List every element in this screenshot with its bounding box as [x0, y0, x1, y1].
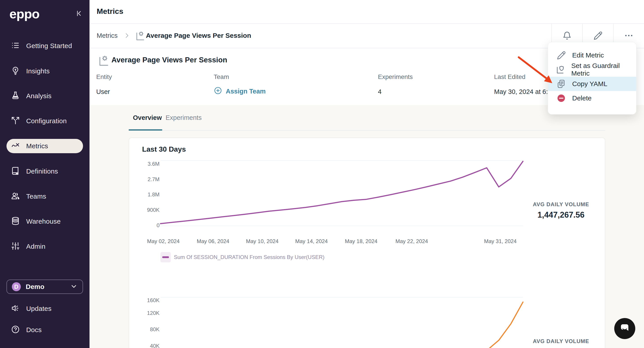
field-team: Team Assign Team — [214, 73, 266, 96]
sidebar-collapse-button[interactable] — [74, 9, 84, 19]
field-value: User — [96, 88, 112, 95]
y-axis-tick: 3.6M — [129, 161, 160, 167]
x-axis-tick: May 10, 2024 — [246, 238, 278, 245]
last-30-days-card: Last 30 Days 3.6M 2.7M 1.8M 900K 0 May 0… — [129, 138, 605, 348]
sidebar-item-label: Configuration — [26, 117, 67, 125]
page-title: Metrics — [97, 7, 123, 16]
content-area: Overview Experiments Last 30 Days 3.6M 2… — [90, 105, 644, 348]
people-icon — [11, 191, 20, 201]
x-axis-tick: May 18, 2024 — [345, 238, 377, 245]
split-arrows-icon — [11, 116, 20, 126]
breadcrumb-root-link[interactable]: Metrics — [97, 32, 118, 39]
y-axis-tick: 0 — [129, 222, 160, 229]
x-axis-tick: May 06, 2024 — [197, 238, 229, 245]
chat-widget-button[interactable] — [614, 318, 636, 339]
field-label: Team — [214, 73, 266, 80]
avg-daily-volume-stat: AVG DAILY VOLUME — [528, 338, 594, 345]
tab-baseline — [129, 130, 605, 131]
sidebar-item-docs[interactable]: Docs — [6, 323, 83, 337]
delete-minus-icon — [556, 93, 566, 103]
sidebar-item-analysis[interactable]: Analysis — [6, 89, 83, 103]
database-icon — [11, 217, 20, 226]
sidebar-item-definitions[interactable]: Definitions — [6, 164, 83, 178]
sliders-icon — [11, 242, 20, 251]
y-axis-tick: 2.7M — [129, 176, 160, 183]
tab-overview[interactable]: Overview — [133, 114, 162, 121]
menu-item-label: Copy YAML — [572, 80, 607, 88]
book-icon — [11, 166, 20, 176]
metrics-page: eppo Getting Started Insights Analysis C… — [0, 0, 644, 348]
menu-item-label: Delete — [572, 94, 592, 102]
sidebar-item-label: Updates — [26, 305, 52, 313]
volume-chart-svg — [129, 158, 606, 232]
top-bar: Metrics — [90, 0, 644, 24]
workspace-name: Demo — [26, 283, 70, 291]
field-value: May 30, 2024 at 6:5 — [494, 88, 551, 95]
card-title: Last 30 Days — [142, 145, 186, 153]
menu-item-set-guardrail[interactable]: Set as Guardrail Metric — [548, 62, 636, 77]
chart-legend[interactable]: Sum Of SESSION_DURATION From Sessions By… — [160, 252, 324, 262]
y-axis-tick: 120K — [129, 310, 160, 316]
sidebar-item-teams[interactable]: Teams — [6, 189, 83, 204]
megaphone-icon — [11, 304, 20, 314]
sidebar-item-label: Docs — [26, 326, 42, 334]
sidebar-item-metrics[interactable]: Metrics — [6, 139, 83, 153]
workspace-avatar: D — [12, 282, 21, 291]
lightbulb-icon — [11, 66, 20, 76]
field-label: Entity — [96, 73, 112, 80]
field-label: Experiments — [378, 73, 413, 80]
legend-line-swatch — [162, 256, 169, 258]
sidebar-item-admin[interactable]: Admin — [6, 239, 83, 254]
eppo-logo: eppo — [10, 6, 40, 21]
sidebar-item-updates[interactable]: Updates — [6, 302, 83, 316]
question-circle-icon — [11, 325, 20, 335]
sidebar-item-label: Metrics — [26, 142, 48, 150]
field-entity: Entity User — [96, 73, 112, 95]
ellipsis-icon — [624, 31, 634, 41]
sidebar-item-label: Definitions — [26, 168, 58, 175]
flask-icon — [11, 91, 20, 101]
sidebar-item-warehouse[interactable]: Warehouse — [6, 214, 83, 229]
y-axis-tick: 160K — [129, 297, 160, 304]
sidebar-item-configuration[interactable]: Configuration — [6, 114, 83, 128]
metric-gear-icon — [98, 54, 109, 67]
field-experiments: Experiments 4 — [378, 73, 413, 95]
sidebar-item-label: Admin — [26, 243, 46, 250]
tab-experiments[interactable]: Experiments — [166, 114, 202, 121]
x-axis-tick: May 02, 2024 — [147, 238, 180, 245]
copy-document-icon — [556, 79, 566, 89]
metric-title: Average Page Views Per Session — [112, 56, 227, 64]
sidebar-item-label: Insights — [26, 67, 50, 75]
legend-label: Sum Of SESSION_DURATION From Sessions By… — [174, 254, 324, 260]
menu-item-edit-metric[interactable]: Edit Metric — [548, 48, 636, 62]
x-axis-tick: May 14, 2024 — [295, 238, 328, 245]
metric-gear-icon — [135, 30, 145, 42]
sidebar-item-insights[interactable]: Insights — [6, 64, 83, 78]
y-axis-tick: 80K — [129, 326, 160, 333]
x-axis-tick: May 22, 2024 — [396, 238, 428, 245]
workspace-switcher[interactable]: D Demo — [6, 280, 83, 294]
guardrail-shield-icon — [556, 65, 566, 74]
sidebar-item-label: Analysis — [26, 92, 52, 100]
stat-value: 1,447,267.56 — [528, 210, 594, 220]
collapse-sidebar-icon — [75, 9, 83, 18]
y-axis-tick: 1.8M — [129, 191, 160, 198]
metric-actions-menu: Edit Metric Set as Guardrail Metric Copy… — [548, 42, 636, 114]
assign-team-button[interactable]: Assign Team — [214, 86, 266, 96]
trend-line-icon — [11, 141, 20, 151]
sidebar-item-label: Warehouse — [26, 218, 61, 225]
y-axis-tick: 40K — [129, 343, 160, 348]
chat-bubble-icon — [614, 336, 636, 340]
sidebar-item-getting-started[interactable]: Getting Started — [6, 39, 83, 53]
menu-item-delete[interactable]: Delete — [548, 91, 636, 105]
bell-icon — [562, 31, 572, 41]
stat-label: AVG DAILY VOLUME — [528, 201, 594, 208]
field-label: Last Edited — [494, 73, 551, 80]
field-value: 4 — [378, 88, 413, 95]
chevron-right-icon — [124, 32, 130, 40]
circle-plus-icon — [214, 86, 222, 96]
menu-item-copy-yaml[interactable]: Copy YAML — [548, 77, 636, 91]
legend-swatch — [160, 252, 171, 262]
breadcrumb-current: Average Page Views Per Session — [146, 32, 251, 39]
sidebar: eppo Getting Started Insights Analysis C… — [0, 0, 90, 348]
